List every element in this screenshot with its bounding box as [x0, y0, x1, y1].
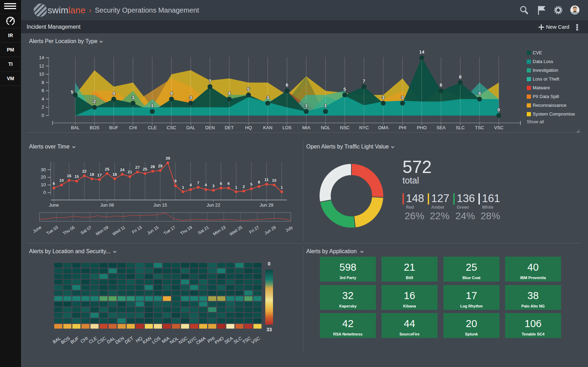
svg-text:BAL: BAL — [52, 335, 62, 345]
svg-text:15: 15 — [75, 174, 79, 179]
svg-text:27: 27 — [135, 165, 140, 169]
svg-text:10: 10 — [39, 71, 44, 77]
svg-text:Fri 13: Fri 13 — [131, 225, 143, 235]
svg-text:6: 6 — [286, 82, 288, 88]
svg-text:29: 29 — [158, 164, 162, 168]
svg-text:3: 3 — [401, 95, 404, 100]
svg-text:VSC: VSC — [250, 335, 261, 345]
svg-text:4: 4 — [478, 91, 481, 96]
svg-text:Fri 27: Fri 27 — [248, 225, 260, 235]
svg-text:33: 33 — [266, 327, 272, 332]
svg-text:DET: DET — [124, 335, 134, 345]
svg-text:DET: DET — [225, 125, 234, 130]
svg-text:3: 3 — [212, 184, 214, 188]
svg-text:14: 14 — [39, 55, 44, 60]
svg-text:1: 1 — [182, 185, 184, 189]
svg-text:30: 30 — [41, 167, 46, 172]
svg-text:CSC: CSC — [167, 125, 176, 130]
svg-text:PHO: PHO — [417, 125, 427, 130]
svg-text:DAL: DAL — [186, 125, 195, 130]
svg-text:4: 4 — [205, 183, 207, 187]
svg-text:0: 0 — [42, 113, 44, 118]
svg-text:Jun 29: Jun 29 — [264, 225, 277, 236]
svg-text:8: 8 — [258, 180, 260, 184]
svg-text:4: 4 — [170, 91, 173, 96]
svg-text:9: 9 — [174, 179, 176, 183]
svg-text:Wed 11: Wed 11 — [112, 225, 126, 237]
svg-text:6: 6 — [220, 181, 222, 186]
svg-text:6: 6 — [53, 181, 55, 186]
svg-text:BOS: BOS — [90, 125, 99, 130]
svg-text:22: 22 — [82, 169, 86, 173]
svg-text:16: 16 — [67, 174, 71, 178]
svg-text:NSC: NSC — [340, 125, 349, 130]
svg-text:2: 2 — [243, 185, 245, 189]
svg-text:Sat 21: Sat 21 — [197, 225, 210, 236]
svg-text:July: July — [285, 225, 294, 233]
svg-text:Jun 15: Jun 15 — [153, 202, 167, 208]
svg-text:CHI: CHI — [129, 125, 137, 130]
svg-text:17: 17 — [97, 173, 102, 177]
svg-text:18: 18 — [112, 172, 117, 176]
svg-text:7: 7 — [363, 78, 365, 84]
svg-text:12: 12 — [39, 63, 44, 69]
svg-text:3: 3 — [266, 95, 269, 100]
svg-text:4: 4 — [228, 91, 231, 96]
svg-text:Thu 19: Thu 19 — [179, 225, 193, 236]
svg-text:18: 18 — [90, 172, 94, 176]
svg-text:10: 10 — [41, 182, 46, 187]
svg-text:0: 0 — [497, 107, 500, 112]
svg-text:BUF: BUF — [109, 125, 118, 130]
svg-text:1: 1 — [281, 185, 283, 189]
svg-text:21: 21 — [128, 170, 132, 174]
svg-text:Jun 15: Jun 15 — [146, 225, 160, 236]
svg-text:TSC: TSC — [475, 125, 484, 130]
svg-text:OMA: OMA — [195, 335, 207, 346]
svg-text:4: 4 — [189, 183, 192, 187]
svg-text:5: 5 — [71, 89, 74, 95]
svg-text:HQ: HQ — [135, 335, 144, 344]
svg-text:HQ: HQ — [245, 125, 252, 130]
svg-text:5: 5 — [250, 182, 253, 186]
svg-text:Mon 23: Mon 23 — [212, 225, 226, 237]
svg-text:Wed 25: Wed 25 — [229, 225, 243, 237]
svg-text:1: 1 — [305, 103, 308, 108]
svg-text:BAL: BAL — [71, 125, 80, 130]
svg-text:Jun 29: Jun 29 — [260, 202, 273, 208]
svg-text:SLC: SLC — [233, 335, 243, 345]
svg-text:SEA: SEA — [436, 125, 446, 130]
svg-text:8: 8 — [42, 80, 44, 85]
svg-text:25: 25 — [143, 167, 147, 171]
svg-text:20: 20 — [41, 174, 46, 180]
svg-text:CHI: CHI — [79, 335, 89, 344]
svg-text:PHI: PHI — [399, 125, 406, 130]
svg-text:39: 39 — [166, 156, 170, 160]
svg-text:Mon 09: Mon 09 — [95, 225, 109, 237]
svg-text:1: 1 — [324, 103, 327, 108]
svg-text:5: 5 — [247, 86, 250, 92]
svg-text:Thu 05: Thu 05 — [62, 225, 76, 236]
svg-text:PHI: PHI — [206, 335, 216, 344]
svg-text:11: 11 — [265, 178, 269, 182]
svg-text:CSC: CSC — [96, 335, 107, 345]
svg-text:Tue 03: Tue 03 — [46, 225, 59, 236]
svg-text:8: 8 — [459, 74, 462, 79]
svg-text:Jun 08: Jun 08 — [100, 202, 114, 208]
svg-text:LOS: LOS — [282, 125, 292, 130]
svg-text:3: 3 — [189, 95, 192, 100]
svg-text:6: 6 — [42, 88, 44, 93]
svg-text:3: 3 — [382, 95, 385, 100]
svg-text:OMA: OMA — [378, 125, 388, 130]
svg-text:4: 4 — [112, 91, 115, 96]
svg-text:Jun 22: Jun 22 — [206, 202, 220, 208]
svg-text:Sat 07: Sat 07 — [80, 225, 93, 236]
svg-text:June: June — [49, 202, 59, 208]
svg-text:MIA: MIA — [161, 335, 170, 344]
svg-text:KAN: KAN — [263, 125, 273, 130]
svg-text:DEN: DEN — [205, 125, 215, 130]
svg-text:MIA: MIA — [302, 125, 310, 130]
svg-text:LOS: LOS — [151, 335, 161, 345]
svg-text:0: 0 — [268, 261, 271, 266]
svg-text:5: 5 — [343, 86, 346, 92]
svg-text:SLC: SLC — [456, 125, 464, 130]
